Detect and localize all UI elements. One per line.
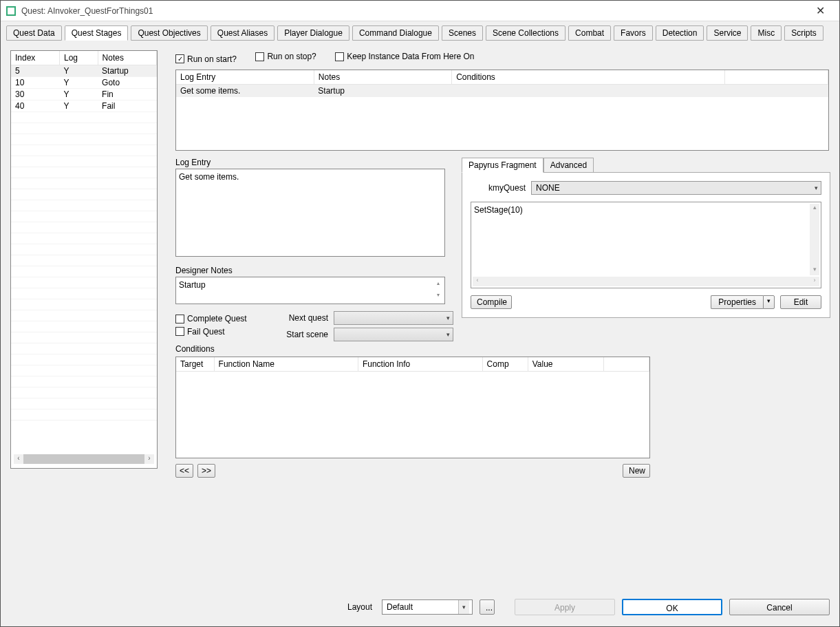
stage-row-empty[interactable]	[11, 134, 157, 145]
layout-select[interactable]: Default ▾	[382, 599, 473, 615]
col-log[interactable]: Log	[59, 51, 98, 65]
next-button[interactable]: >>	[197, 464, 215, 478]
col-index[interactable]: Index	[11, 51, 59, 65]
log-entry-textarea[interactable]	[175, 169, 445, 257]
col-log-entry[interactable]: Log Entry	[176, 70, 314, 85]
stage-row[interactable]: 5YStartup	[11, 65, 157, 77]
spin-down-icon[interactable]: ▾	[433, 290, 443, 302]
stage-row-empty[interactable]	[11, 365, 157, 376]
log-items-grid[interactable]: Log EntryNotesConditions Get some items.…	[175, 70, 829, 151]
stage-row-empty[interactable]	[11, 156, 157, 167]
keep-instance-checkbox[interactable]: Keep Instance Data From Here On	[335, 52, 474, 61]
stage-row-empty[interactable]	[11, 387, 157, 398]
stage-row-empty[interactable]	[11, 376, 157, 387]
stage-row-empty[interactable]	[11, 398, 157, 410]
stage-row-empty[interactable]	[11, 277, 157, 288]
conditions-label: Conditions	[175, 344, 832, 354]
tab-misc[interactable]: Misc	[751, 25, 782, 41]
hscroll[interactable]: ‹›	[473, 277, 819, 286]
script-textarea[interactable]: SetStage(10) ▴▾ ‹›	[471, 202, 821, 288]
spin-up-icon[interactable]: ▴	[433, 279, 443, 290]
stage-row-empty[interactable]	[11, 410, 157, 421]
next-quest-select[interactable]: ▾	[334, 311, 453, 325]
new-button[interactable]: New	[623, 464, 650, 478]
tab-quest-objectives[interactable]: Quest Objectives	[131, 25, 207, 41]
stage-row-empty[interactable]	[11, 299, 157, 310]
apply-button[interactable]: Apply	[515, 599, 615, 615]
kmyquest-select[interactable]: NONE▾	[531, 181, 821, 195]
tab-quest-data[interactable]: Quest Data	[6, 25, 62, 41]
stage-row-empty[interactable]	[11, 189, 157, 200]
scroll-right-icon[interactable]: ›	[144, 454, 154, 464]
stage-row-empty[interactable]	[11, 255, 157, 266]
stage-row-empty[interactable]	[11, 354, 157, 365]
stage-row-empty[interactable]	[11, 112, 157, 123]
col-notes[interactable]: Notes	[98, 51, 156, 65]
stage-row-empty[interactable]	[11, 167, 157, 178]
col-value[interactable]: Value	[528, 357, 603, 372]
tab-service[interactable]: Service	[707, 25, 748, 41]
run-on-start-checkbox[interactable]: ✓Run on start?	[175, 54, 237, 64]
compile-button[interactable]: Compile	[471, 295, 512, 309]
stages-hscroll[interactable]: ‹ ›	[14, 454, 154, 464]
stage-row[interactable]: 10YGoto	[11, 77, 157, 89]
layout-label: Layout	[347, 602, 372, 612]
stage-row-empty[interactable]	[11, 145, 157, 156]
stage-row-empty[interactable]	[11, 200, 157, 211]
stages-panel[interactable]: IndexLogNotes 5YStartup10YGoto30YFin40YF…	[10, 50, 158, 469]
stage-row-empty[interactable]	[11, 310, 157, 321]
layout-more-button[interactable]: ...	[480, 599, 495, 615]
stage-row[interactable]: 30YFin	[11, 89, 157, 100]
tab-papyrus-fragment[interactable]: Papyrus Fragment	[462, 158, 543, 173]
stage-row[interactable]: 40YFail	[11, 100, 157, 112]
close-button[interactable]: ✕	[806, 4, 834, 17]
start-scene-select[interactable]: ▾	[334, 328, 453, 341]
ok-button[interactable]: OK	[622, 599, 722, 615]
tab-command-dialogue[interactable]: Command Dialogue	[352, 25, 439, 41]
prev-button[interactable]: <<	[175, 464, 193, 478]
vscroll[interactable]: ▴▾	[810, 204, 819, 275]
stage-row-empty[interactable]	[11, 211, 157, 222]
complete-quest-checkbox[interactable]: Complete Quest	[175, 314, 247, 323]
tab-scene-collections[interactable]: Scene Collections	[486, 25, 566, 41]
col-notes[interactable]: Notes	[314, 70, 451, 85]
edit-button[interactable]: Edit	[780, 295, 821, 309]
tab-player-dialogue[interactable]: Player Dialogue	[277, 25, 349, 41]
cancel-button[interactable]: Cancel	[729, 599, 830, 615]
stage-row-empty[interactable]	[11, 244, 157, 255]
stage-row-empty[interactable]	[11, 288, 157, 299]
chevron-down-icon: ▾	[446, 315, 450, 321]
conditions-grid[interactable]: TargetFunction NameFunction InfoCompValu…	[175, 357, 650, 458]
kmyquest-label: kmyQuest	[471, 183, 526, 193]
fail-quest-checkbox[interactable]: Fail Quest	[175, 327, 225, 337]
stage-row-empty[interactable]	[11, 123, 157, 134]
log-item-row[interactable]: Get some items.Startup	[176, 84, 828, 97]
tab-quest-stages[interactable]: Quest Stages	[65, 25, 129, 41]
stage-row-empty[interactable]	[11, 233, 157, 244]
run-on-stop-checkbox[interactable]: Run on stop?	[255, 52, 316, 61]
tab-combat[interactable]: Combat	[568, 25, 611, 41]
properties-button[interactable]: Properties ▾	[711, 295, 775, 309]
col-comp[interactable]: Comp	[482, 357, 528, 372]
tab-scenes[interactable]: Scenes	[442, 25, 483, 41]
chevron-down-icon[interactable]: ▾	[763, 295, 775, 309]
stage-row-empty[interactable]	[11, 178, 157, 189]
designer-notes-field[interactable]: Startup ▴▾	[175, 277, 445, 304]
chevron-down-icon: ▾	[458, 600, 469, 614]
tab-advanced[interactable]: Advanced	[543, 158, 594, 173]
stage-row-empty[interactable]	[11, 266, 157, 277]
col-function-name[interactable]: Function Name	[214, 357, 358, 372]
stage-row-empty[interactable]	[11, 343, 157, 354]
scroll-left-icon[interactable]: ‹	[14, 454, 23, 464]
tab-quest-aliases[interactable]: Quest Aliases	[211, 25, 274, 41]
stage-row-empty[interactable]	[11, 222, 157, 233]
col-conditions[interactable]: Conditions	[452, 70, 725, 85]
tab-scripts[interactable]: Scripts	[784, 25, 823, 41]
tab-favors[interactable]: Favors	[614, 25, 653, 41]
tab-detection[interactable]: Detection	[656, 25, 704, 41]
col-target[interactable]: Target	[176, 357, 214, 372]
stage-row-empty[interactable]	[11, 321, 157, 332]
col-function-info[interactable]: Function Info	[358, 357, 482, 372]
next-quest-label: Next quest	[284, 313, 328, 323]
stage-row-empty[interactable]	[11, 332, 157, 343]
